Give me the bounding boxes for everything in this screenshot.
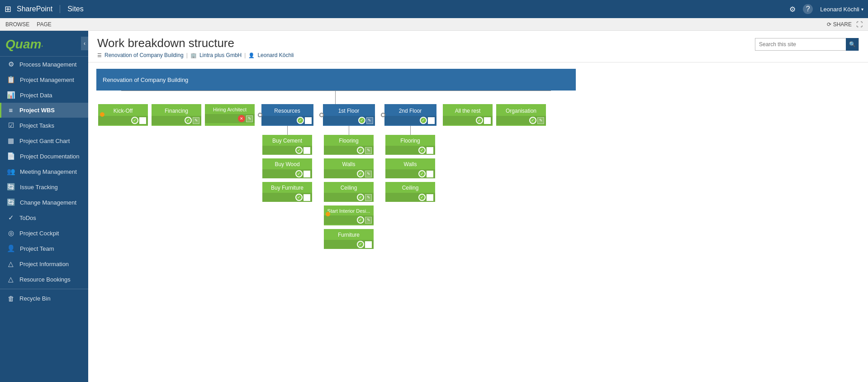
breadcrumb-user[interactable]: Leonard Köchli [257, 52, 294, 58]
1st-floor-check[interactable]: ✓ [358, 117, 365, 124]
wbs-node-1f-ceiling: Ceiling ✓ ✎ [324, 182, 374, 202]
kickoff-checkbox[interactable] [139, 117, 146, 124]
search-button[interactable]: 🔍 [846, 38, 859, 51]
financing-check-icon[interactable]: ✓ [185, 117, 192, 124]
search-box: 🔍 [755, 38, 859, 51]
sidebar-item-project-management[interactable]: 📋 Project Management [0, 72, 88, 87]
hiring-actions: ✕ ✎ [205, 114, 255, 123]
2f-ceiling-checkbox[interactable] [427, 194, 433, 201]
wbs-node-1f-walls: Walls ✓ ✎ [324, 158, 374, 178]
all-rest-checkbox[interactable] [484, 117, 491, 124]
sidebar-item-change-management[interactable]: 🔄 Change Management [0, 195, 88, 210]
1st-floor-edit[interactable]: ✎ [366, 117, 373, 124]
sidebar-item-issue-tracking[interactable]: 🔄 Issue Tracking [0, 179, 88, 195]
breadcrumb: ☰ Renovation of Company Building | 🏢 Lin… [97, 52, 294, 58]
sidebar: Quam· ‹ ⚙ Process Management 📋 Project M… [0, 31, 88, 382]
project-gantt-icon: ▦ [7, 137, 15, 145]
resources-checkbox[interactable] [305, 117, 312, 124]
user-dropdown-icon[interactable]: ▾ [861, 7, 863, 12]
sidebar-item-process-management[interactable]: ⚙ Process Management [0, 57, 88, 72]
wbs-node-kickoff: Kick-Off ✓ [98, 104, 148, 126]
2f-walls-checkbox[interactable] [427, 171, 433, 177]
resources-children: Buy Cement ✓ Buy Wood ✓ [262, 135, 312, 202]
sidebar-label: Change Management [20, 199, 76, 206]
resource-icon: △ [7, 275, 15, 283]
sidebar-item-project-wbs[interactable]: ≡ Project WBS [0, 103, 88, 118]
sidebar-item-resource-bookings[interactable]: △ Resource Bookings [0, 272, 88, 287]
hiring-edit-icon[interactable]: ✎ [246, 115, 253, 122]
gear-icon[interactable]: ⚙ [789, 5, 796, 14]
buy-furniture-check[interactable]: ✓ [295, 194, 303, 201]
organisation-edit[interactable]: ✎ [537, 117, 544, 124]
buy-cement-label: Buy Cement [262, 135, 312, 146]
2f-flooring-checkbox[interactable] [427, 147, 433, 154]
wbs-col-kickoff: Kick-Off ✓ [96, 104, 150, 126]
sidebar-item-recycle-bin[interactable]: 🗑 Recycle Bin [0, 291, 88, 306]
2f-ceiling-check[interactable]: ✓ [418, 194, 426, 201]
wbs-node-1f-flooring: Flooring ✓ ✎ [324, 135, 374, 155]
share-button[interactable]: ⟳ SHARE [827, 21, 852, 28]
sidebar-item-meeting-management[interactable]: 👥 Meeting Management [0, 164, 88, 179]
sidebar-item-project-gantt[interactable]: ▦ Project Gantt Chart [0, 133, 88, 148]
1f-ceiling-edit[interactable]: ✎ [365, 194, 372, 201]
wbs-col-organisation: Organisation ✓ ✎ [494, 104, 548, 126]
sidebar-item-project-data[interactable]: 📊 Project Data [0, 87, 88, 103]
page-button[interactable]: PAGE [37, 21, 51, 28]
sidebar-item-project-cockpit[interactable]: ◎ Project Cockpit [0, 225, 88, 241]
2f-walls-check[interactable]: ✓ [418, 170, 426, 177]
sidebar-item-project-tasks[interactable]: ☑ Project Tasks [0, 118, 88, 133]
resources-v-connector [287, 126, 288, 135]
browse-button[interactable]: BROWSE [5, 21, 29, 28]
brand-name: SharePoint [17, 5, 60, 13]
user-name[interactable]: Leonard Köchli [820, 6, 859, 13]
sidebar-item-project-documentation[interactable]: 📄 Project Documentation [0, 148, 88, 164]
fullscreen-icon[interactable]: ⛶ [856, 21, 863, 28]
organisation-check[interactable]: ✓ [529, 117, 536, 124]
1f-ceiling-check[interactable]: ✓ [357, 194, 364, 201]
interior-dot-orange [326, 212, 330, 216]
sidebar-item-project-information[interactable]: △ Project Information [0, 256, 88, 272]
1f-flooring-edit[interactable]: ✎ [365, 147, 372, 154]
resources-check-icon[interactable]: ✓ [297, 117, 304, 124]
breadcrumb-company[interactable]: Lintra plus GmbH [199, 52, 242, 58]
buy-cement-checkbox[interactable] [304, 147, 310, 154]
breadcrumb-sep1: | [186, 52, 188, 58]
buy-wood-checkbox[interactable] [304, 171, 310, 177]
buy-cement-check[interactable]: ✓ [295, 147, 303, 154]
breadcrumb-project[interactable]: Renovation of Company Building [104, 52, 184, 58]
grid-icon[interactable]: ⊞ [5, 4, 11, 14]
all-rest-actions: ✓ [443, 116, 493, 125]
sidebar-collapse-button[interactable]: ‹ [81, 37, 88, 50]
1f-walls-actions: ✓ ✎ [324, 169, 374, 178]
all-rest-check[interactable]: ✓ [476, 117, 483, 124]
sidebar-label: Project Management [20, 76, 74, 83]
2nd-floor-check[interactable]: ✓ [420, 117, 427, 124]
kickoff-check-icon[interactable]: ✓ [131, 117, 138, 124]
2f-flooring-check[interactable]: ✓ [418, 147, 426, 154]
help-icon[interactable]: ? [803, 4, 813, 14]
project-wbs-icon: ≡ [7, 106, 15, 114]
buy-wood-check[interactable]: ✓ [295, 170, 303, 177]
sidebar-separator [0, 289, 88, 289]
hiring-x-icon[interactable]: ✕ [238, 115, 245, 122]
hiring-label: Hiring Architect [205, 104, 255, 114]
1f-interior-check[interactable]: ✓ [357, 216, 364, 224]
search-input[interactable] [755, 41, 846, 48]
2nd-floor-checkbox[interactable] [428, 117, 435, 124]
sites-label[interactable]: Sites [67, 5, 84, 13]
sidebar-item-project-team[interactable]: 👤 Project Team [0, 241, 88, 256]
sidebar-item-todos[interactable]: ✓ ToDos [0, 210, 88, 225]
1f-walls-edit[interactable]: ✎ [365, 171, 372, 177]
1f-flooring-check[interactable]: ✓ [357, 147, 364, 154]
1f-flooring-label: Flooring [324, 135, 374, 146]
1f-furniture-checkbox[interactable] [365, 241, 372, 248]
buy-furniture-checkbox[interactable] [304, 194, 310, 201]
wbs-node-all-rest: All the rest ✓ [443, 104, 493, 126]
2f-flooring-actions: ✓ [385, 146, 435, 155]
1f-furniture-check[interactable]: ✓ [357, 241, 364, 248]
1f-walls-check[interactable]: ✓ [357, 170, 364, 177]
financing-edit-icon[interactable]: ✎ [193, 117, 199, 124]
1f-interior-edit[interactable]: ✎ [365, 217, 372, 224]
team-icon: 👤 [7, 244, 15, 253]
1st-floor-label: 1st Floor [323, 104, 375, 116]
